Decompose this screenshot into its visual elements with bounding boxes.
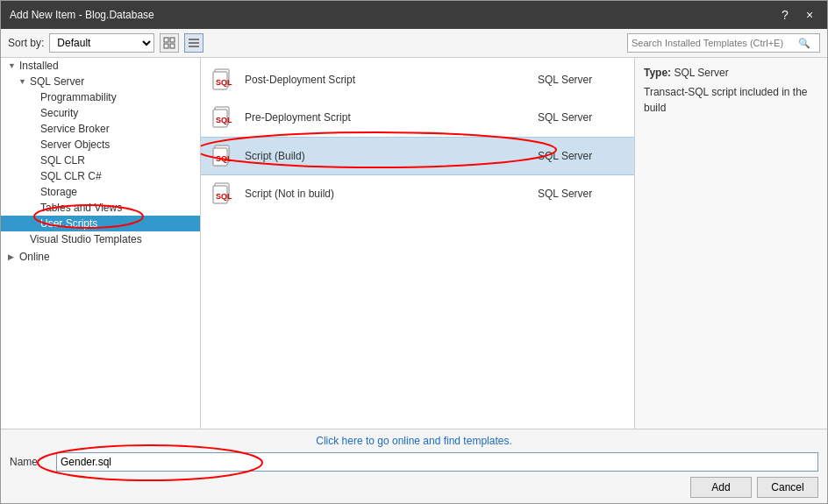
svg-rect-0 [164, 38, 168, 42]
tree-security[interactable]: Security [1, 105, 200, 121]
tables-views-label: Tables and Views [40, 202, 122, 214]
add-button[interactable]: Add [690, 477, 752, 498]
sql-clr-label: SQL CLR [40, 154, 85, 167]
help-button[interactable]: ? [776, 6, 794, 24]
server-objects-label: Server Objects [40, 138, 110, 151]
svg-rect-1 [170, 38, 175, 42]
bottom-bar: Click here to go online and find templat… [1, 429, 827, 503]
type-value: SQL Server [674, 67, 728, 79]
list-icon [188, 37, 200, 49]
toolbar: Sort by: Default 🔍 [1, 29, 827, 58]
tree-sql-clr-c[interactable]: SQL CLR C# [1, 168, 200, 184]
tree-online[interactable]: ▶ Online [1, 247, 200, 266]
security-label: Security [40, 107, 78, 119]
cancel-button[interactable]: Cancel [757, 477, 818, 498]
tree-tables-views[interactable]: Tables and Views [1, 200, 200, 216]
list-item[interactable]: SQL Pre-Deployment Script SQL Server [201, 99, 634, 137]
tree-service-broker[interactable]: Service Broker [1, 121, 200, 137]
name-row: Name: [10, 452, 818, 472]
tree-installed[interactable]: ▼ Installed [1, 58, 200, 74]
name-label: Name: [10, 456, 49, 468]
search-box[interactable]: 🔍 [627, 33, 820, 53]
script-build-category: SQL Server [538, 150, 625, 162]
script-icon: SQL [211, 105, 236, 130]
script-icon: SQL [211, 144, 236, 168]
svg-rect-3 [170, 44, 175, 48]
storage-label: Storage [40, 186, 77, 198]
sql-server-arrow: ▼ [18, 77, 27, 86]
sort-select[interactable]: Default [49, 33, 154, 53]
sql-server-label: SQL Server [30, 75, 84, 88]
pre-deploy-name: Pre-Deployment Script [245, 111, 538, 124]
type-description: Transact-SQL script included in the buil… [644, 84, 818, 116]
script-icon: SQL [211, 67, 236, 92]
installed-arrow: ▼ [8, 61, 17, 70]
list-item[interactable]: SQL Script (Not in build) SQL Server [201, 175, 634, 213]
pre-deploy-icon: SQL [210, 103, 238, 131]
post-deploy-category: SQL Server [538, 74, 625, 86]
dialog-title: Add New Item - Blog.Database [10, 9, 154, 21]
list-item[interactable]: SQL Post-Deployment Script SQL Server [201, 61, 634, 99]
grid-icon [163, 37, 175, 49]
action-row: Add Cancel [10, 477, 818, 498]
list-item[interactable]: SQL Script (Build) SQL Server [201, 137, 634, 175]
svg-text:SQL: SQL [216, 154, 232, 163]
user-scripts-label: User Scripts [40, 217, 97, 230]
tree-programmability[interactable]: Programmability [1, 89, 200, 105]
right-panel: Type: SQL Server Transact-SQL script inc… [634, 58, 827, 429]
online-arrow: ▶ [8, 252, 17, 261]
sql-clr-c-label: SQL CLR C# [40, 170, 102, 182]
visual-studio-label: Visual Studio Templates [30, 233, 142, 245]
type-key: Type: [644, 67, 671, 79]
script-build-name: Script (Build) [245, 150, 538, 162]
pre-deploy-category: SQL Server [538, 111, 625, 124]
online-label: Online [19, 251, 50, 263]
close-button[interactable]: × [801, 6, 818, 24]
sort-label: Sort by: [8, 37, 44, 49]
search-input[interactable] [632, 38, 798, 48]
center-panel: SQL Post-Deployment Script SQL Server SQ… [201, 58, 634, 429]
tree-sql-clr[interactable]: SQL CLR [1, 153, 200, 168]
name-input[interactable] [56, 452, 818, 472]
svg-text:SQL: SQL [216, 78, 232, 87]
title-bar-controls: ? × [776, 6, 818, 24]
svg-text:SQL: SQL [216, 116, 232, 124]
svg-rect-2 [164, 44, 168, 48]
online-link[interactable]: Click here to go online and find templat… [10, 435, 818, 447]
service-broker-label: Service Broker [40, 123, 110, 135]
main-content: ▼ Installed ▼ SQL Server Programmability… [1, 58, 827, 429]
script-build-icon: SQL [210, 142, 238, 170]
script-not-build-name: Script (Not in build) [245, 188, 538, 200]
tree-visual-studio[interactable]: Visual Studio Templates [1, 231, 200, 247]
script-icon: SQL [211, 181, 236, 206]
title-bar: Add New Item - Blog.Database ? × [1, 1, 827, 29]
tree-server-objects[interactable]: Server Objects [1, 137, 200, 153]
grid-view-button[interactable] [160, 33, 179, 53]
search-icon: 🔍 [798, 38, 810, 49]
tree-user-scripts[interactable]: User Scripts [1, 216, 200, 231]
tree-sql-server[interactable]: ▼ SQL Server [1, 74, 200, 89]
installed-label: Installed [19, 60, 59, 72]
svg-text:SQL: SQL [216, 192, 232, 201]
type-label: Type: SQL Server [644, 67, 818, 79]
list-view-button[interactable] [184, 33, 203, 53]
programmability-label: Programmability [40, 91, 117, 103]
post-deploy-name: Post-Deployment Script [245, 74, 538, 86]
tree-storage[interactable]: Storage [1, 184, 200, 200]
script-not-build-icon: SQL [210, 180, 238, 208]
left-panel: ▼ Installed ▼ SQL Server Programmability… [1, 58, 201, 429]
post-deploy-icon: SQL [210, 66, 238, 94]
script-not-build-category: SQL Server [538, 188, 625, 200]
